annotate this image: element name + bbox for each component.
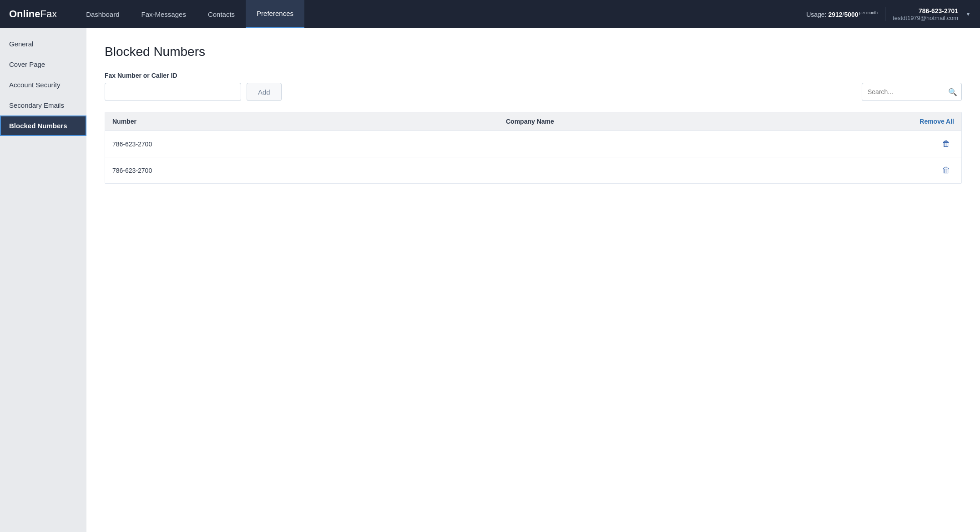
remove-all-button[interactable]: Remove All (899, 118, 954, 125)
cell-number-2: 786-623-2700 (112, 167, 506, 174)
input-row: Add 🔍 (105, 83, 962, 101)
table-header: Number Company Name Remove All (105, 112, 961, 131)
table-row: 786-623-2700 🗑 (105, 131, 961, 157)
layout: General Cover Page Account Security Seco… (0, 28, 980, 532)
sidebar-item-secondary-emails[interactable]: Secondary Emails (0, 95, 86, 115)
user-email: testdt1979@hotmail.com (893, 15, 958, 21)
sidebar-item-blocked-numbers[interactable]: Blocked Numbers (0, 115, 86, 136)
col-number-header: Number (112, 118, 506, 125)
fax-input-label: Fax Number or Caller ID (105, 72, 962, 79)
blocked-numbers-table: Number Company Name Remove All 786-623-2… (105, 112, 962, 184)
nav-preferences[interactable]: Preferences (246, 0, 304, 28)
user-info: 786-623-2701 testdt1979@hotmail.com (893, 7, 958, 21)
delete-button-2[interactable]: 🗑 (939, 164, 954, 177)
usage-info: Usage: 2912/5000per month (806, 10, 878, 18)
main-content: Blocked Numbers Fax Number or Caller ID … (86, 28, 980, 532)
cell-number-1: 786-623-2700 (112, 141, 506, 148)
delete-button-1[interactable]: 🗑 (939, 137, 954, 151)
logo: OnlineFax (9, 8, 57, 20)
header-divider (885, 7, 885, 21)
cell-action-2: 🗑 (899, 164, 954, 177)
logo-part1: Online (9, 8, 40, 20)
col-company-header: Company Name (506, 118, 899, 125)
nav-fax-messages[interactable]: Fax-Messages (131, 0, 197, 28)
user-dropdown-arrow[interactable]: ▼ (965, 11, 971, 17)
fax-number-input[interactable] (105, 83, 241, 101)
search-input[interactable] (862, 83, 962, 101)
header-right: Usage: 2912/5000per month 786-623-2701 t… (806, 7, 971, 21)
search-container: 🔍 (862, 83, 962, 101)
nav-dashboard[interactable]: Dashboard (75, 0, 130, 28)
sidebar-item-account-security[interactable]: Account Security (0, 75, 86, 95)
table-row: 786-623-2700 🗑 (105, 157, 961, 183)
sidebar-item-cover-page[interactable]: Cover Page (0, 54, 86, 75)
logo-part2: Fax (40, 8, 57, 20)
cell-action-1: 🗑 (899, 137, 954, 151)
sidebar: General Cover Page Account Security Seco… (0, 28, 86, 532)
add-button[interactable]: Add (247, 83, 282, 101)
user-phone: 786-623-2701 (919, 7, 958, 15)
nav-contacts[interactable]: Contacts (197, 0, 246, 28)
main-nav: Dashboard Fax-Messages Contacts Preferen… (75, 0, 788, 28)
page-title: Blocked Numbers (105, 45, 962, 59)
sidebar-item-general[interactable]: General (0, 34, 86, 54)
header: OnlineFax Dashboard Fax-Messages Contact… (0, 0, 980, 28)
